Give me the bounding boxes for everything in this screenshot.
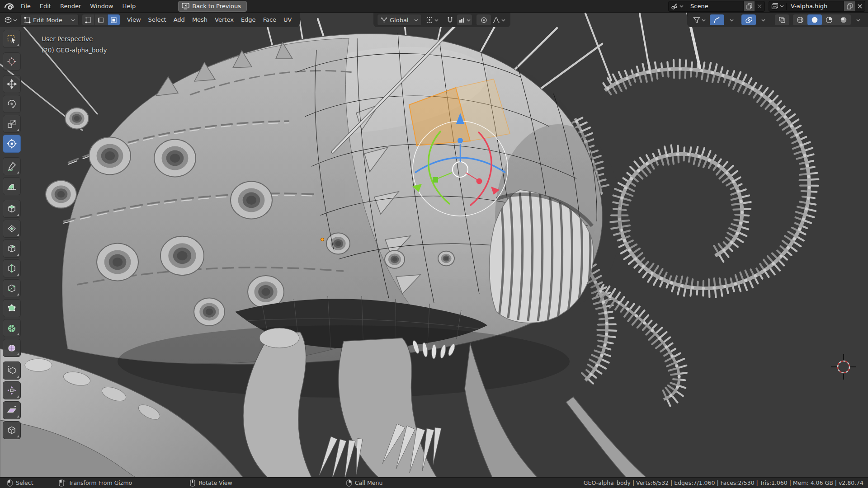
active-object-label: (20) GEO-alpha_body <box>42 45 107 56</box>
gizmo-icon <box>713 16 721 23</box>
gizmo-dropdown[interactable] <box>724 14 739 25</box>
pivot-point-button[interactable] <box>425 14 440 25</box>
object-visibility-button[interactable] <box>692 14 707 25</box>
view-layer-name-field[interactable]: V-alpha.high <box>787 3 844 9</box>
tool-transform-button[interactable] <box>3 135 21 153</box>
tool-move-button[interactable] <box>3 75 21 93</box>
new-scene-button[interactable] <box>743 1 755 11</box>
snap-target-button[interactable] <box>457 14 472 25</box>
shading-dropdown[interactable] <box>851 14 865 25</box>
menu-add[interactable]: Add <box>170 14 189 25</box>
viewport-3d[interactable]: Edit Mode View Select Add Mesh Vertex Ed… <box>0 13 868 477</box>
new-view-layer-button[interactable] <box>844 1 855 11</box>
remove-view-layer-button[interactable] <box>855 1 865 11</box>
solid-sphere-icon <box>811 16 818 23</box>
show-overlays-toggle[interactable] <box>741 14 756 25</box>
object-origin-dot <box>321 238 324 241</box>
menu-help[interactable]: Help <box>118 1 141 12</box>
wireframe-sphere-icon <box>797 16 804 23</box>
menu-edge[interactable]: Edge <box>237 14 259 25</box>
chevron-down-icon <box>71 19 75 22</box>
scene-selector[interactable]: Scene <box>668 1 765 12</box>
tool-annotate-button[interactable] <box>3 157 21 175</box>
tool-scale-button[interactable] <box>3 115 21 133</box>
gizmo-y-handle[interactable] <box>433 177 438 183</box>
tool-shrink-fatten-button[interactable] <box>3 381 21 399</box>
left-mouse-icon <box>7 479 13 487</box>
proportional-editing-icon <box>481 17 487 23</box>
tool-inset-faces-button[interactable] <box>3 220 21 238</box>
view-perspective-label: User Perspective <box>42 33 107 45</box>
viewport-header-right <box>687 13 868 27</box>
mode-dropdown[interactable]: Edit Mode <box>20 14 79 26</box>
menu-uv[interactable]: UV <box>280 14 295 25</box>
material-sphere-icon <box>826 16 833 23</box>
menu-view[interactable]: View <box>123 14 145 25</box>
chevron-down-icon <box>761 19 765 22</box>
tool-knife-button[interactable] <box>3 279 21 297</box>
tool-loop-cut-button[interactable] <box>3 259 21 277</box>
tool-spin-button[interactable] <box>3 319 21 337</box>
back-to-previous-button[interactable]: Back to Previous <box>178 1 247 12</box>
view-layer-icon <box>771 3 778 10</box>
gizmo-x-handle[interactable] <box>476 178 482 184</box>
viewport-shading-group <box>793 14 851 25</box>
tool-measure-button[interactable] <box>3 177 21 195</box>
scene-statistics: GEO-alpha_body | Verts:6/532 | Edges:7/1… <box>584 479 863 486</box>
topbar: File Edit Render Window Help Back to Pre… <box>0 0 868 13</box>
scene-name-field[interactable]: Scene <box>686 3 743 9</box>
tool-extrude-region-button[interactable] <box>3 200 21 218</box>
tool-edge-slide-button[interactable] <box>3 361 21 380</box>
proportional-editing-button[interactable] <box>476 14 491 25</box>
xray-toggle[interactable] <box>775 14 789 25</box>
hint-call-menu-label: Call Menu <box>355 479 383 486</box>
overlays-dropdown[interactable] <box>756 14 770 25</box>
gizmo-z-handle[interactable] <box>458 138 463 143</box>
proportional-falloff-button[interactable] <box>491 14 507 25</box>
blender-logo-icon <box>4 1 14 11</box>
vertex-select-mode-button[interactable] <box>82 14 94 25</box>
edge-select-mode-button[interactable] <box>95 14 107 25</box>
menu-face[interactable]: Face <box>259 14 280 25</box>
tool-cursor-button[interactable] <box>3 52 21 70</box>
chevron-down-icon <box>856 19 860 22</box>
viewport-info-labels: User Perspective (20) GEO-alpha_body <box>42 33 107 56</box>
tool-smooth-button[interactable] <box>3 339 21 357</box>
transform-orientation-dropdown[interactable]: Global <box>377 14 422 26</box>
shading-wireframe-button[interactable] <box>793 14 807 25</box>
filter-funnel-icon <box>693 17 700 23</box>
falloff-curve-icon <box>492 17 500 23</box>
menu-window[interactable]: Window <box>85 1 118 12</box>
snap-toggle-button[interactable] <box>443 14 457 25</box>
tool-rotate-button[interactable] <box>3 95 21 113</box>
shading-rendered-button[interactable] <box>836 14 851 25</box>
shading-material-button[interactable] <box>822 14 836 25</box>
chevron-down-icon <box>702 19 706 22</box>
face-select-mode-button[interactable] <box>108 14 120 25</box>
menu-file[interactable]: File <box>16 1 35 12</box>
view-layer-selector[interactable]: V-alpha.high <box>769 1 865 12</box>
menu-edit[interactable]: Edit <box>35 1 56 12</box>
tool-rip-region-button[interactable] <box>3 421 21 439</box>
tool-select-box-button[interactable] <box>3 30 21 48</box>
unlink-scene-button[interactable] <box>755 1 764 11</box>
chevron-down-icon <box>679 5 684 8</box>
xray-icon <box>778 16 786 23</box>
hint-call-menu: Call Menu <box>346 479 383 487</box>
menu-render[interactable]: Render <box>56 1 85 12</box>
menu-mesh[interactable]: Mesh <box>189 14 211 25</box>
menu-vertex[interactable]: Vertex <box>211 14 237 25</box>
blender-window: File Edit Render Window Help Back to Pre… <box>0 0 868 488</box>
editor-type-button[interactable] <box>3 14 19 25</box>
menu-select[interactable]: Select <box>145 14 170 25</box>
tool-bevel-button[interactable] <box>3 239 21 258</box>
tool-poly-build-button[interactable] <box>3 299 21 317</box>
hint-transform-gizmo: Transform From Gizmo <box>59 479 132 487</box>
shading-solid-button[interactable] <box>807 14 822 25</box>
tool-shear-button[interactable] <box>3 401 21 419</box>
orientation-global-icon <box>381 17 387 23</box>
chevron-down-icon <box>467 19 471 22</box>
chevron-down-icon <box>414 19 418 22</box>
statusbar: Select Transform From Gizmo Rotate View <box>0 477 868 488</box>
show-gizmo-toggle[interactable] <box>710 14 724 25</box>
